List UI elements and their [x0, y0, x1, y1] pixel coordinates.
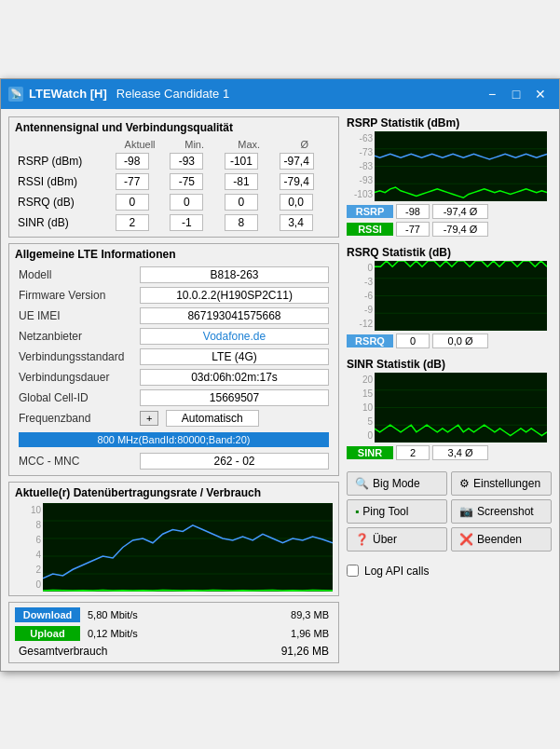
screenshot-button[interactable]: 📷 Screenshot: [451, 499, 552, 524]
signal-aktuell: 2: [113, 212, 168, 233]
upload-size: 1,96 MB: [277, 628, 333, 639]
ueber-label: Über: [373, 533, 397, 546]
sinr-stat-row: SINR 2 3,4 Ø: [347, 445, 552, 460]
info-table-row: NetzanbieterVodafone.de: [15, 326, 333, 347]
einstellungen-button[interactable]: ⚙ Einstellungen: [451, 471, 552, 496]
freq-band-button[interactable]: +: [140, 411, 158, 426]
signal-row-label: RSRQ (dB): [15, 192, 113, 212]
beenden-button[interactable]: ❌ Beenden: [451, 527, 552, 552]
info-value-cell: 867193041575668: [136, 306, 333, 326]
title-bar: 📡 LTEWatch [H] Release Candidate 1 − □ ✕: [1, 79, 559, 109]
signal-avg: 3,4: [277, 212, 333, 233]
rsrp-chart-inner: [375, 131, 552, 201]
signal-table-row: RSSI (dBm) -77 -75 -81 -79,4: [15, 171, 333, 192]
rsrq-chart-container: 0-3-6-9-12: [347, 261, 552, 331]
network-icon: ▪: [355, 505, 359, 518]
rssi-stat-label: RSSI: [347, 223, 393, 236]
signal-min: -1: [167, 212, 222, 233]
ueber-button[interactable]: ❓ Über: [347, 527, 447, 552]
rsrp-chart-title: RSRP Statistik (dBm): [347, 116, 552, 129]
minimize-button[interactable]: −: [481, 85, 503, 103]
signal-min: -93: [167, 151, 222, 171]
screenshot-label: Screenshot: [477, 505, 534, 518]
info-table-row: ModellB818-263: [15, 265, 333, 285]
rssi-stat-avg: -79,4 Ø: [432, 222, 488, 237]
col-aktuell-header: Aktuell: [113, 138, 168, 151]
log-api-row: Log API calls: [347, 561, 552, 581]
signal-table-row: SINR (dB) 2 -1 8 3,4: [15, 212, 333, 233]
total-label: Gesamtverbrauch: [19, 645, 107, 658]
info-value-cell: 15669507: [136, 388, 333, 408]
signal-aktuell: -77: [113, 171, 168, 192]
rsrq-chart-inner: [375, 261, 552, 331]
col-label-header: [15, 138, 113, 151]
log-api-label: Log API calls: [364, 565, 429, 578]
col-max-header: Max.: [222, 138, 277, 151]
signal-min: 0: [167, 192, 222, 212]
gear-icon: ⚙: [459, 477, 470, 490]
signal-row-label: RSRP (dBm): [15, 151, 113, 171]
signal-avg: -97,4: [277, 151, 333, 171]
info-table: ModellB818-263Firmware Version10.0.2.2(H…: [15, 265, 333, 471]
signal-row-label: RSSI (dBm): [15, 171, 113, 192]
info-table-row: Frequenzband + Automatisch: [15, 408, 333, 429]
rsrp-canvas: [375, 131, 547, 201]
sinr-chart-title: SINR Statistik (dB): [347, 358, 552, 371]
sinr-chart-container: 20151050: [347, 373, 552, 443]
traffic-section: Download 5,80 Mbit/s 89,3 MB Upload 0,12…: [8, 602, 339, 663]
sinr-canvas: [375, 373, 547, 443]
info-label: Modell: [15, 265, 136, 285]
big-mode-label: Big Mode: [373, 477, 420, 490]
signal-section-title: Antennensignal und Verbindungsqualität: [15, 121, 333, 134]
transfer-chart-inner: [43, 503, 333, 592]
info-label: MCC - MNC: [15, 451, 136, 471]
info-table-row: VerbindungsstandardLTE (4G): [15, 347, 333, 367]
total-value: 91,26 MB: [281, 645, 329, 658]
right-panel: RSRP Statistik (dBm) -63-73-83-93-103 RS…: [347, 116, 552, 663]
close-button[interactable]: ✕: [529, 85, 552, 103]
info-table-row: Global Cell-ID15669507: [15, 388, 333, 408]
close-icon: ❌: [459, 533, 473, 546]
sinr-stat-avg: 3,4 Ø: [432, 445, 488, 460]
title-bar-controls: − □ ✕: [481, 85, 552, 103]
app-subtitle: Release Candidate 1: [116, 87, 229, 101]
signal-table-row: RSRQ (dB) 0 0 0 0,0: [15, 192, 333, 212]
maximize-button[interactable]: □: [505, 85, 527, 103]
log-api-checkbox[interactable]: [347, 565, 359, 577]
signal-max: -81: [222, 171, 277, 192]
info-value-cell: 262 - 02: [136, 451, 333, 471]
rsrp-stat-row: RSRP -98 -97,4 Ø: [347, 204, 552, 219]
big-mode-button[interactable]: 🔍 Big Mode: [347, 471, 447, 496]
freq-band-detail: 800 MHz(BandId:80000;Band:20): [15, 429, 333, 451]
info-table-row: Verbindungsdauer03d:06h:02m:17s: [15, 367, 333, 388]
ping-tool-button[interactable]: ▪ Ping Tool: [347, 499, 447, 524]
search-icon: 🔍: [355, 477, 369, 490]
info-value-cell: 03d:06h:02m:17s: [136, 367, 333, 388]
info-icon: ❓: [355, 533, 369, 546]
info-table-row: UE IMEI867193041575668: [15, 306, 333, 326]
signal-table: Aktuell Min. Max. Ø RSRP (dBm) -98 -93 -…: [15, 138, 333, 233]
signal-max: 8: [222, 212, 277, 233]
app-icon: 📡: [8, 87, 23, 102]
signal-min: -75: [167, 171, 222, 192]
rsrq-section: RSRQ Statistik (dB) 0-3-6-9-12 RSRQ 0 0,…: [347, 246, 552, 348]
main-content: Antennensignal und Verbindungsqualität A…: [1, 109, 559, 671]
rsrp-stat-val: -98: [396, 204, 430, 219]
main-window: 📡 LTEWatch [H] Release Candidate 1 − □ ✕…: [0, 78, 560, 672]
info-label: Frequenzband: [15, 408, 136, 429]
upload-speed: 0,12 Mbit/s: [84, 628, 273, 639]
info-label: UE IMEI: [15, 306, 136, 326]
download-label: Download: [15, 607, 80, 622]
sinr-stat-label: SINR: [347, 446, 393, 459]
signal-aktuell: -98: [113, 151, 168, 171]
ping-tool-label: Ping Tool: [362, 505, 408, 518]
transfer-y-axis: 1086420: [15, 503, 43, 592]
title-bar-left: 📡 LTEWatch [H] Release Candidate 1: [8, 87, 229, 102]
rsrq-stat-row: RSRQ 0 0,0 Ø: [347, 334, 552, 348]
signal-max: -101: [222, 151, 277, 171]
rsrq-canvas: [375, 261, 547, 331]
rsrp-y-axis: -63-73-83-93-103: [347, 131, 375, 201]
signal-section: Antennensignal und Verbindungsqualität A…: [8, 116, 339, 238]
col-min-header: Min.: [167, 138, 222, 151]
transfer-chart-container: 1086420: [15, 503, 333, 592]
